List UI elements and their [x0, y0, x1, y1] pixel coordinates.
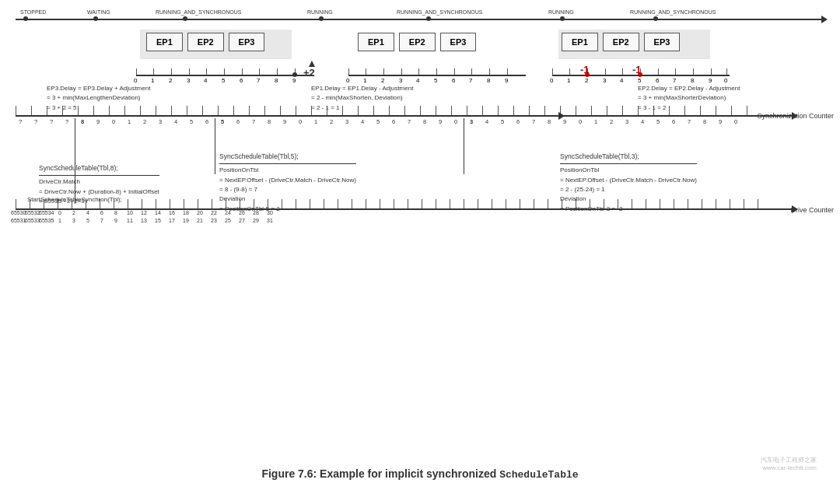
sync-counter-line: [16, 115, 793, 117]
ep2-box-1: EP2: [187, 33, 224, 51]
state-running-2: RUNNING: [548, 9, 574, 15]
vline-5: [215, 118, 215, 174]
figure-caption: Figure 7.6: Example for implicit synchro…: [0, 467, 840, 481]
ep3-box-1: EP3: [229, 33, 265, 51]
ep-group-2: EP1 EP2 EP3: [358, 33, 476, 51]
ep3-box-3: EP3: [644, 33, 681, 51]
drive-counter-label: Drive Counter: [790, 205, 834, 215]
drive-numbers-bottom: 65531 65533 65535 1 3 5 7 9 11 13 15 17 …: [11, 218, 277, 223]
ep1-box-2: EP1: [358, 33, 394, 51]
plus2-label: +2: [303, 67, 315, 79]
watermark-logo: 汽车电子工程师之家 www.car-tech8.com: [761, 456, 817, 471]
state-machine-section: STOPPED WAITING RUNNING_AND_SYNCHRONOUS …: [16, 11, 824, 26]
minus1-label-2: -1: [632, 64, 642, 75]
main-container: STOPPED WAITING RUNNING_AND_SYNCHRONOUS …: [0, 0, 840, 504]
state-waiting: WAITING: [87, 9, 110, 15]
state-running-1: RUNNING: [307, 9, 333, 15]
ep3-box-2: EP3: [440, 33, 477, 51]
vline-3: [464, 118, 464, 174]
ep2-box-3: EP2: [603, 33, 639, 51]
state-stopped: STOPPED: [20, 9, 46, 15]
drive-ticks: [16, 199, 786, 208]
sync-numbers: ? ? ? ? 8 9 0 1 2 3 4 5 6 5 6 7 8 9 0 1 …: [12, 118, 744, 125]
drive-numbers-top: 65530 65532 65534 0 2 4 6 8 10 12 14 16 …: [11, 210, 277, 215]
state-running-sync-3: RUNNING_AND_SYNCHRONOUS: [630, 9, 716, 15]
state-running-sync-2: RUNNING_AND_SYNCHRONOUS: [397, 9, 482, 15]
ep2-box-2: EP2: [399, 33, 436, 51]
ep1-box-1: EP1: [146, 33, 183, 51]
sync-ticks: [16, 106, 786, 115]
minus1-label-1: -1: [580, 64, 590, 75]
ep-group-1: EP1 EP2 EP3: [146, 33, 264, 51]
state-running-sync-1: RUNNING_AND_SYNCHRONOUS: [156, 9, 241, 15]
ep-group-3: EP1 EP2 EP3: [562, 33, 680, 51]
ep1-box-3: EP1: [562, 33, 598, 51]
